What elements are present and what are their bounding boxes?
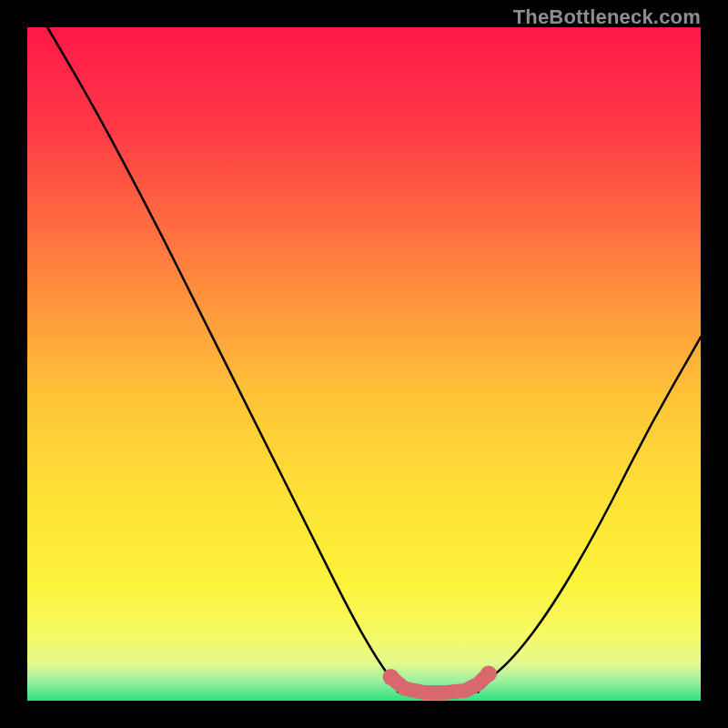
highlight-dot xyxy=(383,669,399,685)
watermark-text: TheBottleneck.com xyxy=(513,5,701,29)
highlight-path xyxy=(391,673,489,693)
chart-frame: TheBottleneck.com xyxy=(0,0,728,728)
left-curve xyxy=(47,27,398,687)
curves-layer xyxy=(27,27,701,701)
right-curve xyxy=(479,337,701,687)
plot-area xyxy=(27,27,701,701)
highlight-dot xyxy=(480,665,497,682)
